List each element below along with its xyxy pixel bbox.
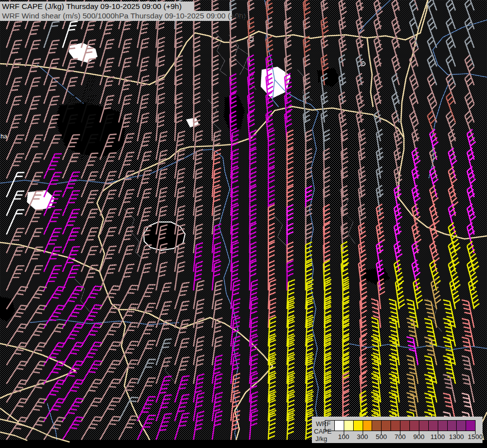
cape-scale-swatch [438,420,448,431]
cape-scale-swatch [381,420,391,431]
cape-scale-swatch [353,420,363,431]
cape-scale-swatch [400,420,410,431]
cape-scale-swatch [419,420,429,431]
wind-barb-field: ha [0,0,487,448]
cape-scale-swatch [363,420,373,431]
map-title-shear: WRF Wind shear (m/s) 500/1000hPa Thursda… [0,11,232,21]
cape-scale-swatch [372,420,382,431]
cape-scale-swatch [390,420,400,431]
weather-map: ha [0,0,487,448]
cape-color-bar [325,420,476,431]
cape-scale-swatch [466,420,476,431]
cape-scale-swatch [447,420,457,431]
cape-legend: WRF CAPE J/kg 10030050070090011001300150… [312,417,483,443]
legend-label-unit: J/kg [315,436,327,442]
cape-scale-swatch [456,420,466,431]
cape-scale-label: 1500 [464,434,486,441]
place-label: ha [0,133,7,140]
cape-scale-swatch [325,420,335,431]
map-title-shear-text: WRF Wind shear (m/s) 500/1000hPa Thursda… [2,11,246,20]
cape-scale-swatch [428,420,438,431]
cape-scale-swatch [344,420,354,431]
map-title-cape-text: WRF CAPE (J/kg) Thursday 09-10-2025 09:0… [2,2,182,10]
map-title-cape: WRF CAPE (J/kg) Thursday 09-10-2025 09:0… [0,1,194,11]
cape-scale-swatch [409,420,419,431]
cape-scale-swatch [334,420,344,431]
